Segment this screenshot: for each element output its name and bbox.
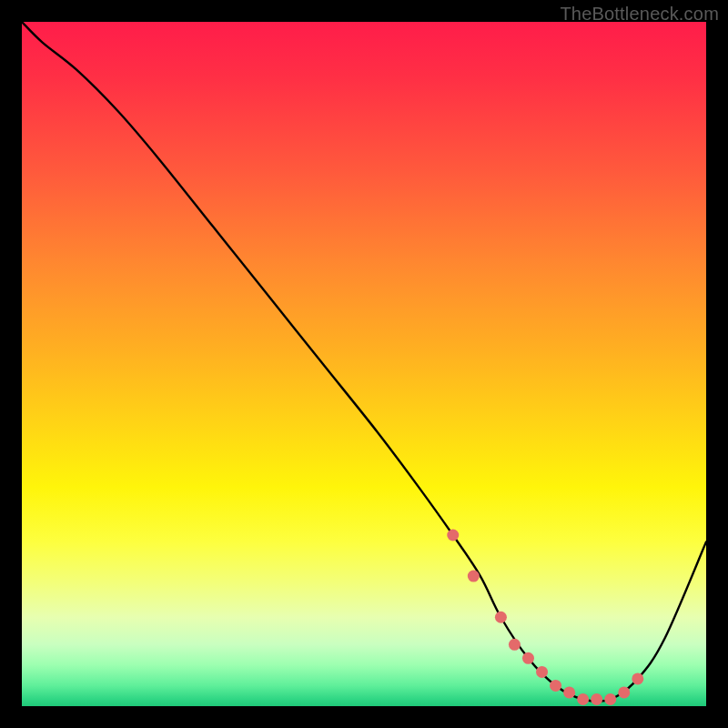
curve-marker	[550, 680, 561, 692]
curve-marker	[563, 686, 575, 698]
curve-marker	[618, 686, 630, 698]
curve-marker	[536, 666, 548, 678]
curve-marker	[447, 530, 459, 541]
curve-marker	[591, 693, 602, 705]
curve-marker	[604, 693, 616, 705]
curve-marker	[509, 639, 521, 651]
curve-marker	[577, 693, 589, 705]
curve-marker	[495, 612, 507, 623]
curve-marker	[468, 571, 480, 582]
curve-marker	[522, 652, 534, 664]
chart-frame: TheBottleneck.com	[0, 0, 728, 728]
bottleneck-curve	[22, 22, 706, 702]
plot-area	[22, 22, 706, 706]
curve-layer	[22, 22, 706, 706]
curve-markers	[447, 530, 643, 705]
curve-marker	[632, 672, 643, 684]
